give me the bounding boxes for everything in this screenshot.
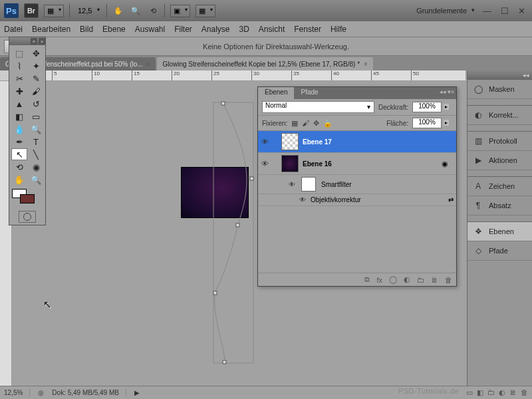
history-brush-tool[interactable]: ↺ [28, 98, 44, 110]
workspace-switcher[interactable]: Grundelemente [412, 5, 476, 17]
extras-dropdown[interactable]: ▦ [196, 5, 215, 17]
status-menu-icon[interactable]: ▶ [134, 389, 140, 396]
view-arrange-dropdown[interactable]: ▦ [44, 5, 64, 17]
panel-absatz[interactable]: ¶Absatz [467, 196, 532, 215]
brush-tool[interactable]: 🖌 [28, 85, 44, 97]
healing-tool[interactable]: ✚ [11, 85, 27, 97]
status-icon[interactable]: ◧ [477, 388, 483, 397]
visibility-icon[interactable]: 👁 [261, 138, 269, 146]
path-select-tool[interactable]: ↖ [11, 148, 27, 160]
status-icon[interactable]: 🗀 [487, 388, 495, 397]
panel-aktionen[interactable]: ▶Aktionen [467, 151, 532, 170]
new-layer-icon[interactable]: 🗎 [431, 276, 438, 284]
document-tab-2[interactable]: Glowing Streifenscheineffekt Kopie bei 1… [157, 57, 373, 70]
tab-ebenen[interactable]: Ebenen [258, 87, 294, 99]
zoom-tool-icon[interactable]: 🔍 [130, 5, 142, 17]
fill-field[interactable]: 100% [412, 118, 442, 128]
panel-korrekturen[interactable]: ◐Korrekt... [467, 106, 532, 125]
lock-transparency-icon[interactable]: ▦ [291, 119, 298, 128]
maximize-button[interactable]: ☐ [498, 6, 511, 16]
lock-position-icon[interactable]: ✥ [313, 119, 319, 128]
panel-zeichen[interactable]: AZeichen [467, 177, 532, 196]
status-icon[interactable]: 🗑 [521, 388, 528, 397]
toolbox-header[interactable]: « × [9, 37, 45, 45]
tab-close-icon[interactable]: × [147, 61, 151, 68]
menu-auswahl[interactable]: Auswahl [135, 25, 165, 34]
adjustment-layer-icon[interactable]: ◐ [404, 275, 410, 284]
eyedropper-tool[interactable]: ✎ [28, 72, 44, 84]
menu-filter[interactable]: Filter [174, 25, 192, 34]
filter-options-icon[interactable]: ⇄ [448, 196, 454, 203]
layer-style-icon[interactable]: fx [376, 276, 382, 284]
layer-thumbnail[interactable] [281, 133, 299, 150]
menu-bild[interactable]: Bild [80, 25, 93, 34]
quickmask-toggle[interactable] [9, 209, 45, 225]
layers-panel[interactable]: Ebenen Pfade ◂◂ ▾≡ Normal Deckkraft: 100… [257, 86, 457, 287]
pen-tool[interactable]: ✒ [11, 136, 27, 148]
menu-hilfe[interactable]: Hilfe [331, 25, 346, 34]
3d-rotate-tool[interactable]: ⟲ [11, 161, 27, 173]
eraser-tool[interactable]: ◧ [11, 110, 27, 122]
collapse-icon[interactable]: ◂◂ [523, 72, 529, 78]
filter-mask-thumbnail[interactable] [301, 177, 316, 192]
type-tool[interactable]: T [28, 136, 44, 148]
layer-mask-icon[interactable]: ◯ [389, 275, 397, 284]
panel-collapse-icon[interactable]: ◂◂ [440, 88, 446, 98]
menu-datei[interactable]: Datei [4, 25, 23, 34]
status-icon[interactable]: ▭ [466, 388, 473, 397]
zoom-tool[interactable]: 🔍 [28, 174, 44, 186]
blend-mode-select[interactable]: Normal [262, 101, 374, 113]
link-layers-icon[interactable]: ⧉ [364, 275, 370, 284]
hand-tool-icon[interactable]: ✋ [112, 5, 124, 17]
crop-tool[interactable]: ✂ [11, 72, 27, 84]
delete-layer-icon[interactable]: 🗑 [445, 276, 452, 284]
rotate-icon[interactable]: ⟲ [147, 5, 159, 17]
gradient-tool[interactable]: ▭ [28, 110, 44, 122]
visibility-icon[interactable]: 👁 [287, 181, 296, 188]
menu-analyse[interactable]: Analyse [201, 25, 230, 34]
menu-fenster[interactable]: Fenster [294, 25, 321, 34]
screen-mode-dropdown[interactable]: ▣ [170, 5, 190, 17]
menu-3d[interactable]: 3D [239, 25, 249, 34]
lens-correction-row[interactable]: 👁 Objektivkorrektur ⇄ [258, 194, 456, 206]
panel-menu-icon[interactable]: ▾≡ [448, 88, 454, 98]
smartfilter-row[interactable]: 👁 Smartfilter [258, 175, 456, 194]
tab-pfade[interactable]: Pfade [294, 87, 325, 99]
blur-tool[interactable]: 💧 [11, 123, 27, 135]
color-swatches[interactable] [9, 188, 45, 209]
wand-tool[interactable]: ✦ [28, 60, 44, 72]
close-button[interactable]: ✕ [515, 6, 528, 16]
layer-thumbnail[interactable] [281, 155, 299, 172]
layer-ebene16[interactable]: 👁 Ebene 16 ◉ [258, 153, 456, 175]
bridge-logo[interactable]: Br [24, 3, 39, 18]
menu-ebene[interactable]: Ebene [102, 25, 126, 34]
panel-ebenen[interactable]: ❖Ebenen [467, 222, 532, 241]
move-tool[interactable]: ✥ [28, 47, 44, 59]
background-color[interactable] [20, 194, 35, 203]
opacity-field[interactable]: 100% [412, 102, 442, 112]
layer-name[interactable]: Ebene 16 [303, 160, 332, 168]
horizontal-ruler[interactable]: 0 5 10 15 20 25 30 35 40 45 50 [12, 70, 466, 81]
lasso-tool[interactable]: ⌇ [11, 60, 27, 72]
visibility-icon[interactable]: 👁 [261, 160, 269, 168]
3d-camera-tool[interactable]: ◉ [28, 161, 44, 173]
line-tool[interactable]: ╲ [28, 148, 44, 160]
panel-pfade[interactable]: ◇Pfade [467, 241, 532, 261]
group-icon[interactable]: 🗀 [417, 276, 424, 284]
status-icon[interactable]: ◐ [499, 388, 505, 397]
panel-protokoll[interactable]: ▥Protokoll [467, 132, 532, 151]
zoom-level[interactable]: 12,5% [4, 389, 30, 396]
status-icon[interactable]: 🗎 [509, 388, 517, 397]
visibility-icon[interactable]: 👁 [298, 196, 307, 203]
rail-header[interactable]: ◂◂ [467, 70, 532, 80]
document-canvas[interactable] [182, 168, 248, 217]
zoom-dropdown[interactable]: 12,5 [75, 5, 101, 16]
menu-ansicht[interactable]: Ansicht [259, 25, 285, 34]
panel-masken[interactable]: ◯Masken [467, 80, 532, 99]
dodge-tool[interactable]: 🔍 [28, 123, 44, 135]
lock-all-icon[interactable]: 🔒 [323, 119, 332, 128]
layer-name[interactable]: Ebene 17 [303, 138, 332, 146]
hand-tool[interactable]: ✋ [11, 174, 27, 186]
lock-pixels-icon[interactable]: 🖌 [302, 119, 309, 127]
close-icon[interactable]: × [39, 38, 45, 45]
